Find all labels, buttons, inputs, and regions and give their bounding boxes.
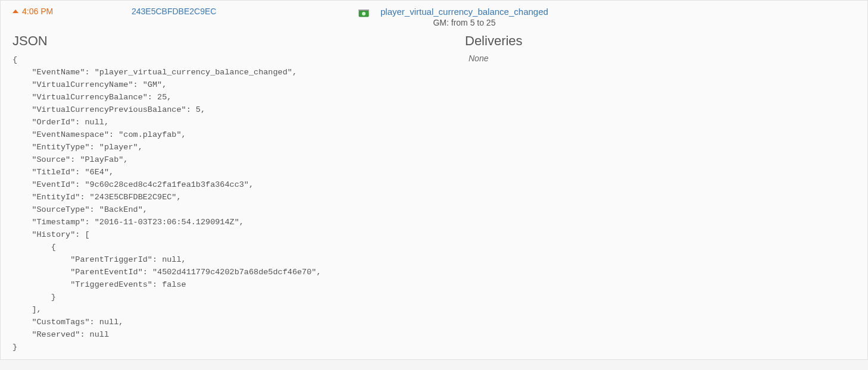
event-name-block: player_virtual_currency_balance_changed … xyxy=(380,7,548,27)
collapse-caret-icon[interactable] xyxy=(13,10,18,13)
svg-rect-2 xyxy=(358,10,369,11)
event-name-link[interactable]: player_virtual_currency_balance_changed xyxy=(380,7,548,17)
deliveries-title: Deliveries xyxy=(465,33,855,49)
event-column: player_virtual_currency_balance_changed … xyxy=(358,7,855,27)
deliveries-pane: Deliveries None xyxy=(453,33,855,353)
detail-region: JSON { "EventName": "player_virtual_curr… xyxy=(1,27,867,353)
svg-point-1 xyxy=(362,12,366,15)
time-column[interactable]: 4:06 PM xyxy=(13,7,132,16)
event-header: 4:06 PM 243E5CBFDBE2C9EC player_virtual_… xyxy=(1,7,867,27)
json-title: JSON xyxy=(13,33,453,49)
deliveries-none: None xyxy=(469,54,855,63)
json-body[interactable]: { "EventName": "player_virtual_currency_… xyxy=(13,54,453,353)
event-row: 4:06 PM 243E5CBFDBE2C9EC player_virtual_… xyxy=(0,0,868,360)
event-description: GM: from 5 to 25 xyxy=(380,18,548,27)
entity-id-link[interactable]: 243E5CBFDBE2C9EC xyxy=(132,7,216,16)
json-pane: JSON { "EventName": "player_virtual_curr… xyxy=(13,33,453,353)
event-time: 4:06 PM xyxy=(22,7,53,16)
entity-id-column: 243E5CBFDBE2C9EC xyxy=(132,7,358,16)
currency-event-icon xyxy=(358,8,370,20)
